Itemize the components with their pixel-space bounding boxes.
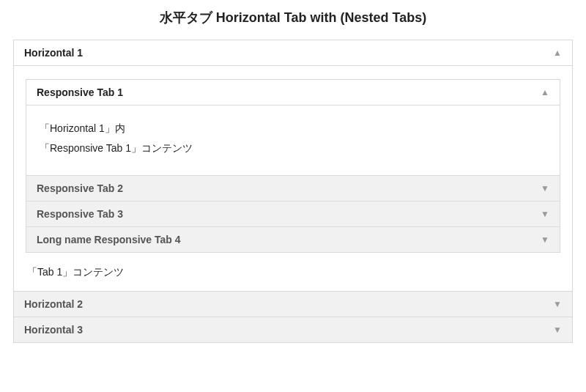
nested-tab-2-label: Responsive Tab 2 [37,182,123,194]
nested-item-4: Long name Responsive Tab 4 [26,226,560,252]
chevron-up-icon [553,48,562,58]
nested-item-2: Responsive Tab 2 [26,175,560,201]
nested-tab-1-body: 「Horizontal 1」内 「Responsive Tab 1」コンテンツ [26,106,560,175]
nested-tab-3-label: Responsive Tab 3 [37,208,123,220]
chevron-down-icon [541,209,549,219]
page-title: 水平タブ Horizontal Tab with (Nested Tabs) [13,9,573,26]
outer-accordion: Horizontal 1 Responsive Tab 1 「Horizonta… [13,40,573,343]
outer-tab-1-footer: 「Tab 1」コンテンツ [26,263,560,281]
chevron-down-icon [553,299,562,309]
nested-tab-4-label: Long name Responsive Tab 4 [37,234,181,245]
outer-tab-1-body: Responsive Tab 1 「Horizontal 1」内 「Respon… [14,66,572,291]
outer-item-2: Horizontal 2 [14,291,572,317]
outer-tab-horizontal-1[interactable]: Horizontal 1 [14,40,572,66]
nested-item-1: Responsive Tab 1 「Horizontal 1」内 「Respon… [26,80,560,175]
outer-tab-horizontal-2[interactable]: Horizontal 2 [14,291,572,317]
chevron-down-icon [541,234,549,245]
chevron-down-icon [553,325,562,335]
nested-tab-1-label: Responsive Tab 1 [37,86,123,98]
nested-accordion: Responsive Tab 1 「Horizontal 1」内 「Respon… [26,79,560,253]
outer-item-1: Horizontal 1 Responsive Tab 1 「Horizonta… [14,40,572,291]
outer-tab-2-label: Horizontal 2 [24,298,83,310]
outer-tab-horizontal-3[interactable]: Horizontal 3 [14,317,572,342]
outer-tab-3-label: Horizontal 3 [24,324,83,336]
outer-tab-1-label: Horizontal 1 [24,47,83,59]
nested-item-3: Responsive Tab 3 [26,201,560,226]
nested-tab-responsive-2[interactable]: Responsive Tab 2 [26,175,560,201]
nested-tab-responsive-1[interactable]: Responsive Tab 1 [26,80,560,106]
nested-tab-responsive-3[interactable]: Responsive Tab 3 [26,201,560,226]
content-line-2: 「Responsive Tab 1」コンテンツ [40,138,546,158]
content-line-1: 「Horizontal 1」内 [40,119,546,138]
chevron-down-icon [541,183,549,193]
outer-item-3: Horizontal 3 [14,317,572,342]
chevron-up-icon [541,87,549,97]
nested-tab-responsive-4[interactable]: Long name Responsive Tab 4 [26,226,560,252]
